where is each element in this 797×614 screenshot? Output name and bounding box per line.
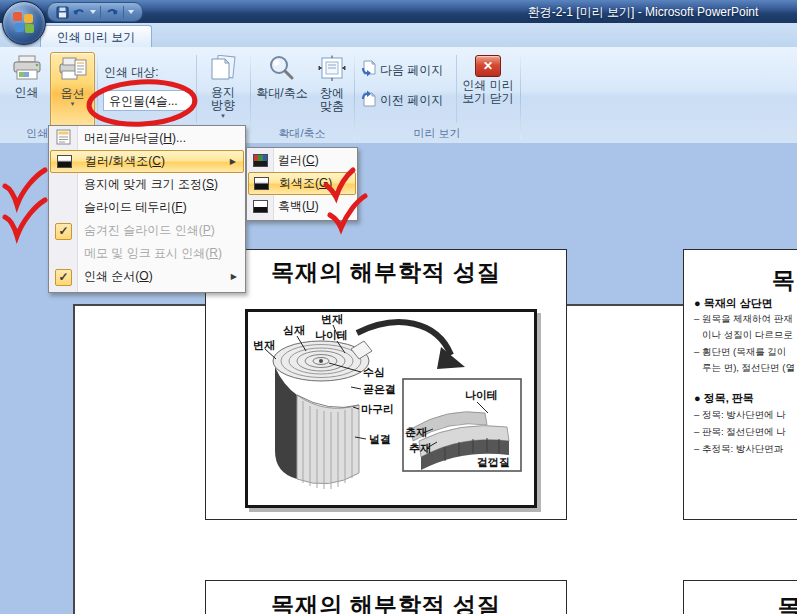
options-button[interactable]: 옵션 ▼ xyxy=(50,52,95,128)
menu-item-printing-order[interactable]: 인쇄 순서(O) ▶ xyxy=(50,265,244,288)
prev-page-button[interactable]: 이전 페이지 xyxy=(360,90,443,110)
next-page-icon xyxy=(360,60,376,80)
printer-options-icon xyxy=(58,56,88,85)
tab-print-preview[interactable]: 인쇄 미리 보기 xyxy=(40,25,152,48)
diagram-label: 겉껍질 xyxy=(477,456,510,468)
close-label-line2: 보기 닫기 xyxy=(462,92,513,105)
next-page-label: 다음 페이지 xyxy=(380,62,443,79)
submenu-item-label: 컬러(C) xyxy=(278,152,319,169)
group-label-print: 인쇄 xyxy=(26,126,48,141)
undo-icon[interactable] xyxy=(72,6,87,19)
submenu-item-black-white[interactable]: 흑백(U) xyxy=(248,195,356,218)
submenu-arrow-icon: ▶ xyxy=(230,157,236,166)
qat-customize-icon[interactable] xyxy=(128,10,134,14)
fit-label-line2: 맞춤 xyxy=(320,100,344,113)
menu-item-scale-to-fit[interactable]: ✓ 용지에 맞게 크기 조정(S) xyxy=(50,173,244,196)
undo-dropdown-icon[interactable] xyxy=(90,10,96,14)
ribbon-tab-row: 인쇄 미리 보기 xyxy=(0,23,797,47)
save-icon[interactable] xyxy=(56,6,69,19)
diagram-label: 나이테 xyxy=(315,329,348,341)
fit-to-window-button[interactable]: 창에 맞춤 xyxy=(311,52,353,125)
menu-item-label: 컬러/회색조(C) xyxy=(85,153,165,170)
submenu-item-label: 회색조(G) xyxy=(279,175,332,192)
close-preview-icon: ✕ xyxy=(475,55,501,77)
slide2-body-line: – 횡단면 (목재를 길이 xyxy=(694,346,786,359)
next-page-button[interactable]: 다음 페이지 xyxy=(360,60,443,80)
printer-icon xyxy=(12,55,42,84)
dropdown-arrow-icon: ▼ xyxy=(70,101,76,107)
header-footer-icon xyxy=(56,129,71,148)
orientation-button[interactable]: 용지 방향 ▼ xyxy=(200,52,246,126)
zoom-button-label: 확대/축소 xyxy=(256,87,307,100)
diagram-label: 추재 xyxy=(409,442,431,454)
menu-item-label: 슬라이드 테두리(F) xyxy=(84,199,187,216)
color-icon xyxy=(253,154,268,167)
options-button-label: 옵션 xyxy=(61,87,85,100)
office-button[interactable] xyxy=(2,1,46,45)
slide3-title: 목재의 해부학적 성질 xyxy=(206,590,566,614)
menu-item-color-grayscale[interactable]: 컬러/회색조(C) ▶ xyxy=(50,150,244,173)
slide2-body-line: – 원목을 제재하여 판재 xyxy=(694,313,793,326)
magnifier-icon xyxy=(268,55,296,85)
menu-item-label: 인쇄 순서(O) xyxy=(84,268,153,285)
slide-thumbnail-2: 목 ● 목재의 삼단면 – 원목을 제재하여 판재 이나 성질이 다르므로 – … xyxy=(683,249,797,520)
slide1-title: 목재의 해부학적 성질 xyxy=(206,257,566,288)
slide2-body-line: – 정목: 방사단면에 나 xyxy=(694,409,786,422)
zoom-button[interactable]: 확대/축소 xyxy=(253,52,311,125)
slide2-body-line: – 추정목: 방사단면과 xyxy=(694,443,783,456)
print-button[interactable]: 인쇄 xyxy=(5,52,48,125)
office-logo-icon xyxy=(13,12,35,34)
group-label-preview: 미리 보기 xyxy=(354,126,520,141)
diagram-label: 춘재 xyxy=(405,426,427,438)
slide4-title-fragment: 목 xyxy=(778,592,797,614)
slide2-body-line: ● 목재의 삼단면 xyxy=(694,296,773,311)
prev-page-label: 이전 페이지 xyxy=(380,92,443,109)
grayscale-icon xyxy=(57,155,72,168)
print-target-combobox[interactable]: 유인물(4슬... xyxy=(103,90,193,111)
orientation-label-line2: 방향 xyxy=(211,99,235,112)
prev-page-icon xyxy=(360,90,376,110)
grayscale-icon xyxy=(254,177,269,190)
quick-access-toolbar xyxy=(47,2,143,22)
slide-thumbnail-1: 목재의 해부학적 성질 xyxy=(205,249,567,520)
dropdown-arrow-icon: ▼ xyxy=(220,113,226,119)
slide2-body-line: 루는 면), 절선단면 (열 xyxy=(702,362,795,375)
options-menu: 머리글/바닥글(H)... 컬러/회색조(C) ▶ ✓ 용지에 맞게 크기 조정… xyxy=(48,125,246,293)
menu-item-label: 메모 및 잉크 표시 인쇄(R) xyxy=(84,245,222,262)
slide2-body-line: – 판목: 절선단면에 나 xyxy=(694,426,786,439)
page-orientation-icon xyxy=(208,55,238,84)
menu-item-label: 숨겨진 슬라이드 인쇄(P) xyxy=(84,222,215,239)
slide2-body-line: 이나 성질이 다르므로 xyxy=(702,329,793,342)
diagram-label: 마구리 xyxy=(361,403,394,415)
wood-anatomy-figure: 변재 심재 변재 나이테 수심 곧은결 마구리 널결 나이테 춘재 추재 겉껍질 xyxy=(245,309,537,508)
diagram-label: 변재 xyxy=(321,313,343,325)
color-grayscale-submenu: 컬러(C) 회색조(G) 흑백(U) xyxy=(246,147,358,221)
submenu-item-label: 흑백(U) xyxy=(278,198,319,215)
fit-window-icon xyxy=(318,55,346,85)
diagram-label: 변재 xyxy=(253,339,275,351)
menu-item-frame-slides[interactable]: ✓ 슬라이드 테두리(F) xyxy=(50,196,244,219)
slide2-body-line: ● 정목, 판목 xyxy=(694,391,754,406)
group-label-zoom: 확대/축소 xyxy=(250,126,354,141)
print-button-label: 인쇄 xyxy=(15,86,39,99)
black-white-icon xyxy=(253,200,268,213)
diagram-label: 심재 xyxy=(283,324,305,336)
print-target-label: 인쇄 대상: xyxy=(104,64,159,81)
submenu-item-grayscale[interactable]: 회색조(G) xyxy=(248,172,356,195)
window-title: 환경-2-1 [미리 보기] - Microsoft PowerPoint xyxy=(498,4,788,21)
menu-item-header-footer[interactable]: 머리글/바닥글(H)... xyxy=(50,127,244,150)
menu-item-print-hidden-slides: 숨겨진 슬라이드 인쇄(P) xyxy=(50,219,244,242)
diagram-label: 나이테 xyxy=(465,389,498,401)
menu-item-label: 머리글/바닥글(H)... xyxy=(84,130,186,147)
diagram-label: 수심 xyxy=(363,366,385,378)
slide2-title-fragment: 목 xyxy=(772,265,795,296)
submenu-item-color[interactable]: 컬러(C) xyxy=(248,149,356,172)
menu-item-label: 용지에 맞게 크기 조정(S) xyxy=(84,176,218,193)
powerpoint-window: 환경-2-1 [미리 보기] - Microsoft PowerPoint 인쇄… xyxy=(0,0,797,614)
menu-item-print-comments: 메모 및 잉크 표시 인쇄(R) xyxy=(50,242,244,265)
redo-icon[interactable] xyxy=(105,6,119,19)
diagram-label: 곧은결 xyxy=(363,383,396,395)
diagram-label: 널결 xyxy=(369,433,391,445)
submenu-arrow-icon: ▶ xyxy=(231,272,237,281)
close-print-preview-button[interactable]: ✕ 인쇄 미리 보기 닫기 xyxy=(459,52,517,126)
